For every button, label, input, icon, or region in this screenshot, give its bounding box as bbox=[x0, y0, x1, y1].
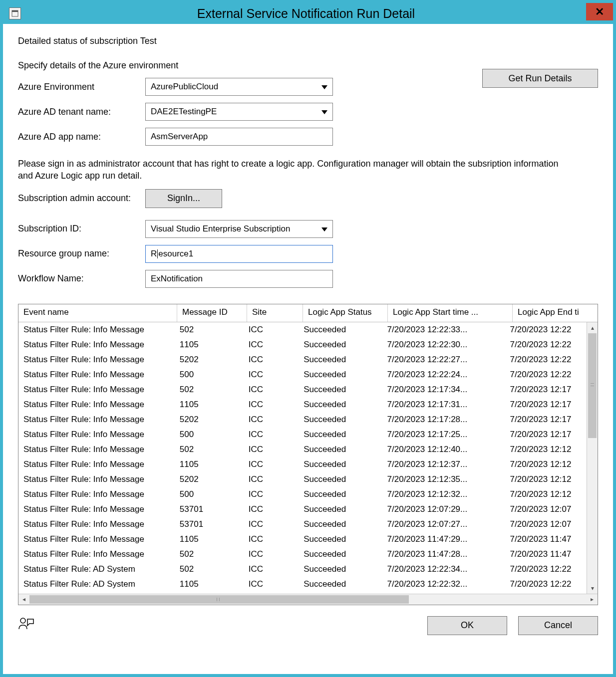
cell-msg: 1105 bbox=[175, 340, 244, 350]
cell-msg: 5202 bbox=[175, 415, 244, 425]
cell-event: Status Filter Rule: Info Message bbox=[18, 549, 175, 559]
cell-start: 7/20/2023 12:22:27... bbox=[382, 355, 505, 365]
horizontal-scrollbar[interactable]: ◂ ▸ bbox=[18, 594, 598, 605]
rg-value-pre: R bbox=[151, 249, 157, 259]
vscroll-thumb[interactable] bbox=[588, 333, 597, 438]
col-header-message-id[interactable]: Message ID bbox=[177, 304, 247, 322]
cell-status: Succeeded bbox=[299, 325, 382, 335]
table-row[interactable]: Status Filter Rule: Info Message1105ICCS… bbox=[18, 397, 587, 412]
cell-status: Succeeded bbox=[299, 445, 382, 454]
hscroll-thumb[interactable] bbox=[29, 595, 409, 604]
table-row[interactable]: Status Filter Rule: Info Message502ICCSu… bbox=[18, 442, 587, 457]
close-button[interactable]: ✕ bbox=[586, 3, 613, 20]
resource-group-label: Resource group name: bbox=[18, 248, 145, 259]
hscroll-track[interactable] bbox=[29, 594, 587, 605]
cell-event: Status Filter Rule: Info Message bbox=[18, 459, 175, 469]
cell-start: 7/20/2023 11:47:28... bbox=[382, 549, 505, 559]
vscroll-track[interactable] bbox=[587, 333, 598, 583]
cell-start: 7/20/2023 12:22:24... bbox=[382, 370, 505, 380]
cell-start: 7/20/2023 12:17:34... bbox=[382, 385, 505, 395]
signin-button[interactable]: SignIn... bbox=[145, 189, 222, 208]
window-title: External Service Notification Run Detail bbox=[29, 6, 583, 21]
vertical-scrollbar[interactable]: ▴ ▾ bbox=[587, 322, 598, 594]
get-run-details-button[interactable]: Get Run Details bbox=[482, 69, 598, 88]
cell-msg: 500 bbox=[175, 489, 244, 499]
table-row[interactable]: Status Filter Rule: AD System1105ICCSucc… bbox=[18, 577, 587, 592]
cell-start: 7/20/2023 12:12:37... bbox=[382, 459, 505, 469]
table-row[interactable]: Status Filter Rule: Info Message1105ICCS… bbox=[18, 337, 587, 352]
cell-end: 7/20/2023 12:22 bbox=[505, 355, 587, 365]
cell-event: Status Filter Rule: Info Message bbox=[18, 340, 175, 350]
cell-msg: 502 bbox=[175, 325, 244, 335]
cell-end: 7/20/2023 12:17 bbox=[505, 430, 587, 440]
app-name-value: AsmServerApp bbox=[151, 132, 208, 142]
cell-event: Status Filter Rule: Info Message bbox=[18, 445, 175, 454]
cell-site: ICC bbox=[244, 400, 299, 410]
cell-status: Succeeded bbox=[299, 459, 382, 469]
cell-site: ICC bbox=[244, 579, 299, 589]
grid-body[interactable]: Status Filter Rule: Info Message502ICCSu… bbox=[18, 322, 587, 594]
scroll-left-icon[interactable]: ◂ bbox=[18, 594, 29, 605]
azure-environment-select[interactable]: AzurePublicCloud bbox=[145, 78, 333, 96]
cell-end: 7/20/2023 12:17 bbox=[505, 385, 587, 395]
table-row[interactable]: Status Filter Rule: Info Message500ICCSu… bbox=[18, 427, 587, 442]
cell-site: ICC bbox=[244, 534, 299, 544]
user-feedback-icon[interactable] bbox=[18, 616, 35, 635]
cell-msg: 5202 bbox=[175, 355, 244, 365]
cell-event: Status Filter Rule: AD System bbox=[18, 579, 175, 589]
table-row[interactable]: Status Filter Rule: Info Message502ICCSu… bbox=[18, 547, 587, 562]
workflow-name-label: Workflow Name: bbox=[18, 273, 145, 284]
workflow-name-input[interactable]: ExNotification bbox=[145, 270, 333, 288]
cell-end: 7/20/2023 12:12 bbox=[505, 489, 587, 499]
resource-group-input[interactable]: Resource1 bbox=[145, 245, 333, 263]
scroll-right-icon[interactable]: ▸ bbox=[587, 594, 598, 605]
cell-start: 7/20/2023 12:07:27... bbox=[382, 519, 505, 529]
cell-site: ICC bbox=[244, 564, 299, 574]
table-row[interactable]: Status Filter Rule: Info Message500ICCSu… bbox=[18, 367, 587, 382]
app-name-field[interactable]: AsmServerApp bbox=[145, 128, 333, 146]
cell-site: ICC bbox=[244, 549, 299, 559]
table-row[interactable]: Status Filter Rule: Info Message1105ICCS… bbox=[18, 532, 587, 547]
cell-end: 7/20/2023 12:22 bbox=[505, 370, 587, 380]
cell-msg: 502 bbox=[175, 385, 244, 395]
table-row[interactable]: Status Filter Rule: Info Message1105ICCS… bbox=[18, 457, 587, 472]
cell-status: Succeeded bbox=[299, 400, 382, 410]
col-header-event[interactable]: Event name bbox=[18, 304, 177, 322]
signin-note: Please sign in as administrator account … bbox=[18, 158, 572, 182]
col-header-site[interactable]: Site bbox=[247, 304, 303, 322]
table-row[interactable]: Status Filter Rule: Info Message5202ICCS… bbox=[18, 412, 587, 427]
cell-start: 7/20/2023 12:12:32... bbox=[382, 489, 505, 499]
svg-point-2 bbox=[20, 618, 25, 623]
page-heading: Detailed status of subscription Test bbox=[18, 36, 598, 46]
table-row[interactable]: Status Filter Rule: Info Message5202ICCS… bbox=[18, 352, 587, 367]
cell-site: ICC bbox=[244, 325, 299, 335]
scroll-up-icon[interactable]: ▴ bbox=[587, 322, 598, 333]
cell-site: ICC bbox=[244, 385, 299, 395]
cell-status: Succeeded bbox=[299, 519, 382, 529]
cell-site: ICC bbox=[244, 445, 299, 454]
table-row[interactable]: Status Filter Rule: Info Message502ICCSu… bbox=[18, 382, 587, 397]
table-row[interactable]: Status Filter Rule: AD System502ICCSucce… bbox=[18, 562, 587, 577]
table-row[interactable]: Status Filter Rule: Info Message53701ICC… bbox=[18, 502, 587, 517]
cell-msg: 502 bbox=[175, 445, 244, 454]
run-detail-grid: Event name Message ID Site Logic App Sta… bbox=[18, 304, 598, 605]
ok-button[interactable]: OK bbox=[427, 616, 507, 635]
table-row[interactable]: Status Filter Rule: Info Message53701ICC… bbox=[18, 517, 587, 532]
table-row[interactable]: Status Filter Rule: Info Message502ICCSu… bbox=[18, 322, 587, 337]
cell-msg: 1105 bbox=[175, 459, 244, 469]
subscription-id-select[interactable]: Visual Studio Enterprise Subscription bbox=[145, 220, 333, 238]
col-header-end-time[interactable]: Logic App End ti bbox=[513, 304, 596, 322]
cell-end: 7/20/2023 12:17 bbox=[505, 415, 587, 425]
cell-event: Status Filter Rule: Info Message bbox=[18, 504, 175, 514]
cell-site: ICC bbox=[244, 340, 299, 350]
table-row[interactable]: Status Filter Rule: Info Message5202ICCS… bbox=[18, 472, 587, 487]
scroll-down-icon[interactable]: ▾ bbox=[587, 583, 598, 594]
tenant-name-select[interactable]: DAE2ETestingPE bbox=[145, 103, 333, 121]
cell-event: Status Filter Rule: Info Message bbox=[18, 385, 175, 395]
cancel-button[interactable]: Cancel bbox=[518, 616, 598, 635]
cell-end: 7/20/2023 12:12 bbox=[505, 445, 587, 454]
col-header-start-time[interactable]: Logic App Start time ... bbox=[388, 304, 513, 322]
col-header-status[interactable]: Logic App Status bbox=[303, 304, 388, 322]
table-row[interactable]: Status Filter Rule: Info Message500ICCSu… bbox=[18, 487, 587, 502]
cell-status: Succeeded bbox=[299, 370, 382, 380]
